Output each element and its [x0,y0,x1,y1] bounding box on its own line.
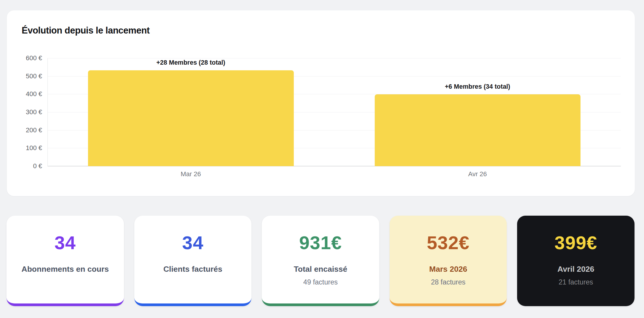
y-tick-400: 400 € [12,90,42,98]
stat-label: Total encaissé [262,265,379,274]
bar-group-avr-26: +6 Membres (34 total) [334,58,621,166]
stat-sub: 21 factures [517,278,635,286]
stat-value: 399€ [517,233,635,252]
bar-mar-26[interactable] [88,70,294,166]
stat-value: 34 [7,233,124,252]
stat-card-clients-factures: 34 Clients facturés [134,216,252,306]
stat-sub: 49 factures [262,278,379,286]
bar-annotation: +6 Membres (34 total) [445,83,510,90]
y-tick-300: 300 € [12,108,42,116]
stat-card-abonnements: 34 Abonnements en cours [7,216,124,306]
x-tick-mar-26: Mar 26 [47,170,334,178]
stat-sub: 28 factures [390,278,507,286]
x-tick-avr-26: Avr 26 [334,170,621,178]
stat-card-total-encaisse: 931€ Total encaissé 49 factures [262,216,379,306]
stat-cards-row: 34 Abonnements en cours 34 Clients factu… [7,216,635,306]
stat-card-avril-2026: 399€ Avril 2026 21 factures [517,216,635,306]
stat-label: Abonnements en cours [7,265,124,274]
bar-annotation: +28 Membres (28 total) [156,59,225,66]
bar-group-mar-26: +28 Membres (28 total) [47,58,334,166]
stat-value: 931€ [262,233,379,252]
stat-label: Clients facturés [134,265,252,274]
stat-label: Avril 2026 [517,265,635,274]
y-tick-500: 500 € [12,72,42,80]
bar-avr-26[interactable] [374,94,580,166]
bar-chart-plot-area: +28 Membres (28 total) +6 Membres (34 to… [47,58,621,166]
y-tick-200: 200 € [12,126,42,134]
evolution-chart-card: Évolution depuis le lancement 600 € 500 … [7,10,635,196]
stat-value: 34 [134,233,252,252]
y-tick-600: 600 € [12,54,42,62]
y-tick-100: 100 € [12,144,42,152]
stat-label: Mars 2026 [390,265,507,274]
stat-card-mars-2026: 532€ Mars 2026 28 factures [390,216,507,306]
y-tick-0: 0 € [12,162,42,170]
chart-title: Évolution depuis le lancement [22,25,150,36]
x-axis-labels: Mar 26 Avr 26 [47,170,621,179]
stat-value: 532€ [390,233,507,252]
